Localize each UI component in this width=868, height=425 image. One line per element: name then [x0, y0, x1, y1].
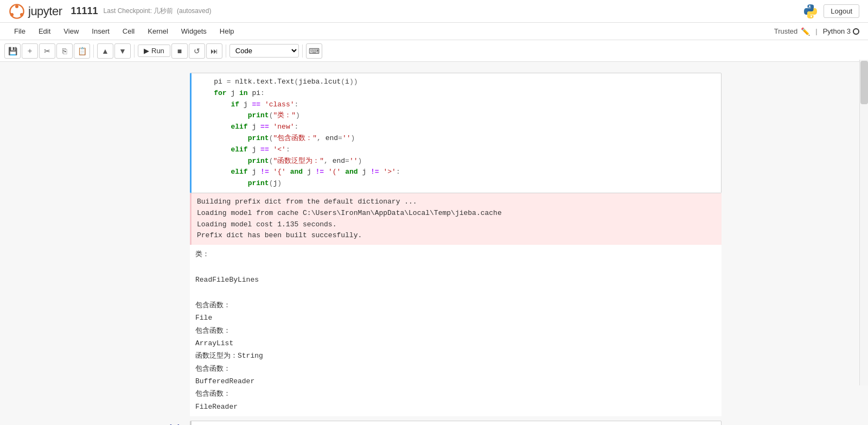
kernel-label: Python 3	[823, 27, 851, 35]
run-button[interactable]: ▶ Run	[138, 45, 170, 57]
restart-run-button[interactable]: ⏭	[206, 43, 222, 59]
header-right: Logout	[802, 3, 859, 20]
trusted-label: Trusted	[774, 27, 798, 35]
empty-cell-wrapper: In [ ]:	[136, 421, 732, 425]
run-icon: ▶	[144, 47, 149, 55]
checkpoint-info: Last Checkpoint: 几秒前 (autosaved)	[104, 7, 212, 16]
run-label: Run	[151, 47, 164, 55]
menu-insert[interactable]: Insert	[86, 25, 115, 37]
trusted-indicator: Trusted ✏️ | Python 3	[774, 27, 859, 36]
svg-point-3	[20, 13, 23, 16]
output-stderr: Building prefix dict from the default di…	[190, 193, 722, 245]
save-button[interactable]: 💾	[4, 43, 21, 59]
logout-button[interactable]: Logout	[824, 4, 859, 18]
interrupt-button[interactable]: ■	[171, 43, 188, 59]
jupyter-logo-icon	[9, 3, 25, 20]
menu-kernel[interactable]: Kernel	[142, 25, 174, 37]
code-cell[interactable]: pi = nltk.text.Text(jieba.lcut(i)) for j…	[190, 73, 722, 193]
paste-cell-button[interactable]: 📋	[74, 43, 90, 59]
empty-cell-content[interactable]	[190, 421, 722, 425]
cell-type-select[interactable]: Code Markdown Raw NBConvert	[229, 44, 299, 58]
add-cell-button[interactable]: ＋	[22, 43, 38, 59]
output-stdout: 类： ReadFileByLines 包含函数： File 包含函数： Arra…	[190, 245, 722, 416]
toolbar-sep-2	[134, 45, 135, 58]
output-area: Building prefix dict from the default di…	[190, 193, 722, 416]
python-icon	[802, 3, 819, 20]
cell-prompt	[146, 73, 190, 75]
notebook-container: pi = nltk.text.Text(jieba.lcut(i)) for j…	[0, 62, 868, 425]
toolbar-sep-4	[302, 45, 303, 58]
move-up-button[interactable]: ▲	[97, 43, 113, 59]
empty-cell-prompt: In [ ]:	[146, 421, 190, 425]
cell-content[interactable]: pi = nltk.text.Text(jieba.lcut(i)) for j…	[190, 73, 722, 416]
scrollbar-thumb[interactable]	[860, 61, 868, 104]
copy-cell-button[interactable]: ⎘	[56, 43, 73, 59]
kernel-status-circle	[853, 28, 859, 35]
empty-code-cell[interactable]	[190, 421, 722, 425]
menu-cell[interactable]: Cell	[117, 25, 140, 37]
cut-cell-button[interactable]: ✂	[39, 43, 55, 59]
keyboard-shortcuts-button[interactable]: ⌨	[306, 43, 322, 59]
menu-edit[interactable]: Edit	[33, 25, 56, 37]
jupyter-logo: jupyter	[9, 3, 62, 20]
jupyter-text: jupyter	[28, 4, 62, 18]
menubar: File Edit View Insert Cell Kernel Widget…	[0, 23, 868, 40]
menu-file[interactable]: File	[9, 25, 31, 37]
header: jupyter 11111 Last Checkpoint: 几秒前 (auto…	[0, 0, 868, 23]
menu-view[interactable]: View	[58, 25, 84, 37]
toolbar-sep-3	[226, 45, 226, 58]
menu-widgets[interactable]: Widgets	[176, 25, 212, 37]
svg-point-1	[15, 5, 18, 8]
scrollbar[interactable]	[859, 60, 868, 385]
menu-help[interactable]: Help	[214, 25, 240, 37]
kernel-indicator: Python 3	[823, 27, 859, 35]
notebook-title[interactable]: 11111	[71, 5, 98, 17]
toolbar-sep-1	[93, 45, 94, 58]
svg-point-2	[10, 13, 14, 16]
toolbar: 💾 ＋ ✂ ⎘ 📋 ▲ ▼ ▶ Run ■ ↺ ⏭ Code Markdown …	[0, 40, 868, 62]
code-cell-wrapper: pi = nltk.text.Text(jieba.lcut(i)) for j…	[136, 73, 732, 416]
edit-trusted-icon[interactable]: ✏️	[801, 27, 810, 36]
restart-button[interactable]: ↺	[189, 43, 205, 59]
move-down-button[interactable]: ▼	[114, 43, 131, 59]
